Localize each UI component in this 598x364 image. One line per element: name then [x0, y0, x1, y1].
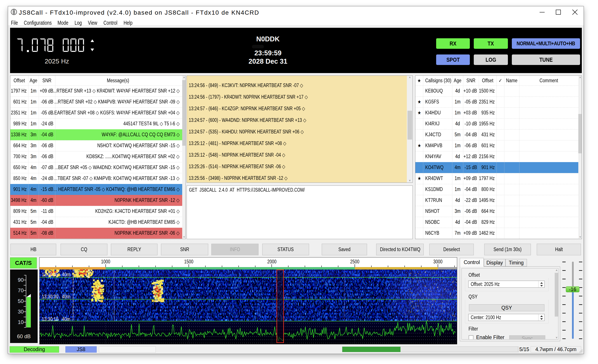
svg-text:1500: 1500 — [184, 259, 193, 265]
svg-text:3000: 3000 — [433, 259, 442, 265]
svg-text:40m: 40m — [62, 272, 70, 277]
svg-text:40m: 40m — [62, 316, 70, 322]
svg-text:2000: 2000 — [267, 259, 276, 265]
svg-text:13:30:30: 13:30:30 — [42, 294, 58, 299]
svg-text:1000: 1000 — [101, 259, 110, 265]
svg-text:13:30:45: 13:30:45 — [42, 272, 58, 277]
svg-text:2500: 2500 — [350, 259, 359, 265]
svg-text:40m: 40m — [62, 294, 70, 299]
svg-text:13:30:15: 13:30:15 — [42, 316, 58, 322]
